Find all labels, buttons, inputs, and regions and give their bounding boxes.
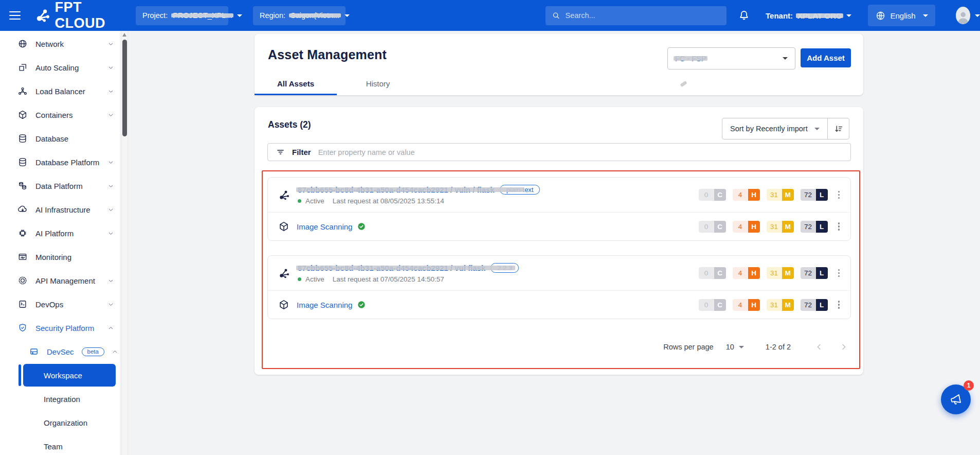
molecule-logo-icon (35, 6, 51, 25)
chevron-down-icon (108, 278, 114, 284)
cube-icon (278, 299, 289, 310)
tenant-value: XPLAT ORG (797, 11, 842, 20)
tab-all-assets[interactable]: All Assets (255, 72, 337, 95)
scrollbar-up-arrow[interactable] (122, 33, 126, 37)
severity-chips: 0C 4H 31M 72L (699, 299, 828, 311)
image-scanning-link[interactable]: Image Scanning (297, 222, 352, 231)
sidebar-item-containers[interactable]: Containers (0, 103, 120, 127)
filter-input[interactable] (318, 148, 842, 156)
page-range-label: 1-2 of 2 (766, 343, 791, 351)
image-scanning-row: Image Scanning 0C 4H 31M 72L (268, 213, 850, 240)
high-severity-chip: 4H (733, 221, 760, 233)
severity-chips: 0C 4H 31M 72L (699, 189, 828, 201)
kebab-menu-icon[interactable] (837, 267, 842, 279)
scope-select[interactable]: FC - FSP (667, 47, 795, 69)
monitoring-icon (17, 252, 28, 262)
medium-severity-chip: 31M (767, 189, 794, 201)
logo-text: FPT CLOUD (55, 0, 122, 31)
tab-bar: All Assets History (255, 72, 419, 95)
project-selector[interactable]: Project: PROJECT_XPL... (136, 6, 228, 25)
chevron-down-icon (108, 112, 114, 118)
scope-select-value: FC - FSP (675, 55, 706, 63)
sidebar-subitem-organization[interactable]: Organization (0, 411, 120, 434)
add-asset-button[interactable]: Add Asset (801, 48, 851, 67)
region-selector[interactable]: Region: Saigon(Vietn... (253, 6, 346, 25)
rows-per-page-label: Rows per page (663, 343, 714, 351)
sidebar-item-ai-infrastructure[interactable]: AI Infrastructure (0, 198, 120, 221)
chevron-down-icon (108, 89, 114, 94)
asset-row: 87cbb655-bc8d-4b31-a50a-d454cacb2921 / v… (268, 178, 850, 213)
chevron-down-icon (739, 346, 744, 348)
chevron-down-icon (108, 183, 114, 189)
sidebar-item-devsec[interactable]: DevSec beta (0, 340, 120, 363)
chevron-up-icon (112, 349, 118, 355)
containers-icon (17, 110, 28, 120)
avatar-menu-chevron-icon[interactable] (975, 14, 980, 17)
notification-bell-icon[interactable] (738, 9, 750, 22)
language-selector[interactable]: English (868, 5, 935, 26)
asset-title-link[interactable]: 87cbb655-bc8d-4b31-a50a-d454cacb2921 / v… (298, 185, 495, 194)
database-platform-icon (17, 157, 28, 167)
status-label: Active (305, 197, 324, 205)
sidebar-scrollbar-thumb[interactable] (122, 40, 127, 136)
search-input[interactable] (566, 11, 720, 20)
sidebar-item-security-platform[interactable]: Security Platform (0, 316, 120, 340)
sidebar-item-devops[interactable]: DevOps (0, 292, 120, 316)
check-circle-icon (357, 222, 366, 231)
kebab-menu-icon[interactable] (837, 220, 842, 233)
chevron-up-icon (108, 325, 114, 331)
low-severity-chip: 72L (801, 221, 828, 233)
filter-icon (276, 148, 285, 156)
kebab-menu-icon[interactable] (837, 299, 842, 311)
severity-chips: 0C 4H 31M 72L (699, 221, 828, 233)
sidebar-subitem-integration[interactable]: Integration (0, 387, 120, 411)
sort-by-select[interactable]: Sort by Recently import (722, 118, 827, 139)
asset-molecule-icon (278, 189, 291, 201)
low-severity-chip: 72L (801, 189, 828, 201)
sidebar-item-network[interactable]: Network (0, 32, 120, 56)
globe-icon (875, 10, 886, 21)
chevron-down-icon (814, 128, 820, 130)
low-severity-chip: 72L (801, 299, 828, 311)
sidebar-item-auto-scaling[interactable]: Auto Scaling (0, 56, 120, 79)
sidebar-item-load-balancer[interactable]: Load Balancer (0, 79, 120, 103)
hamburger-menu-icon[interactable] (9, 11, 21, 20)
filter-bar[interactable]: Filter (267, 143, 851, 161)
asset-management-header-card: Asset Management FC - FSP Add Asset All … (255, 34, 863, 95)
kebab-menu-icon[interactable] (837, 189, 842, 201)
sidebar-subitem-team[interactable]: Team (0, 434, 120, 455)
medium-severity-chip: 31M (767, 221, 794, 233)
cube-icon (278, 221, 289, 232)
rows-per-page-select[interactable]: 10 (726, 343, 744, 351)
sidebar-item-monitoring[interactable]: Monitoring (0, 245, 120, 269)
asset-title-link[interactable]: 87cbb655-bc8d-4b31-a50a-d454cacb2921 / v… (298, 264, 485, 272)
image-scanning-link[interactable]: Image Scanning (297, 301, 352, 309)
fpt-cloud-logo: FPT CLOUD (35, 0, 122, 31)
sidebar-item-database-platform[interactable]: Database Platform (0, 150, 120, 174)
sort-direction-button[interactable] (827, 118, 849, 139)
sidebar-item-ai-platform[interactable]: AI Platform (0, 221, 120, 245)
chevron-down-icon (108, 302, 114, 307)
sidebar-subitem-workspace[interactable]: Workspace (23, 364, 116, 387)
previous-page-button[interactable] (814, 342, 824, 352)
sidebar-item-api-management[interactable]: API Management (0, 269, 120, 292)
global-search[interactable] (546, 6, 727, 25)
high-severity-chip: 4H (733, 267, 760, 279)
critical-severity-chip: 0C (699, 267, 726, 279)
data-platform-icon (17, 181, 28, 191)
sidebar-item-database[interactable]: Database (0, 127, 120, 150)
asset-group: 87cbb655-bc8d-4b31-a50a-d454cacb2921 / v… (267, 255, 851, 319)
next-page-button[interactable] (839, 342, 848, 352)
medium-severity-chip: 31M (767, 299, 794, 311)
medium-severity-chip: 31M (767, 267, 794, 279)
critical-severity-chip: 0C (699, 189, 726, 201)
avatar[interactable] (956, 7, 970, 24)
top-header: FPT CLOUD Project: PROJECT_XPL... Region… (0, 0, 980, 31)
tenant-selector[interactable]: Tenant: XPLAT ORG (766, 11, 851, 20)
tab-history[interactable]: History (337, 72, 419, 95)
search-icon (552, 11, 560, 20)
cursor-artifact (680, 81, 687, 87)
sidebar-item-data-platform[interactable]: Data Platform (0, 174, 120, 198)
fab-notification-badge: 1 (964, 380, 974, 391)
filter-label: Filter (292, 148, 311, 156)
